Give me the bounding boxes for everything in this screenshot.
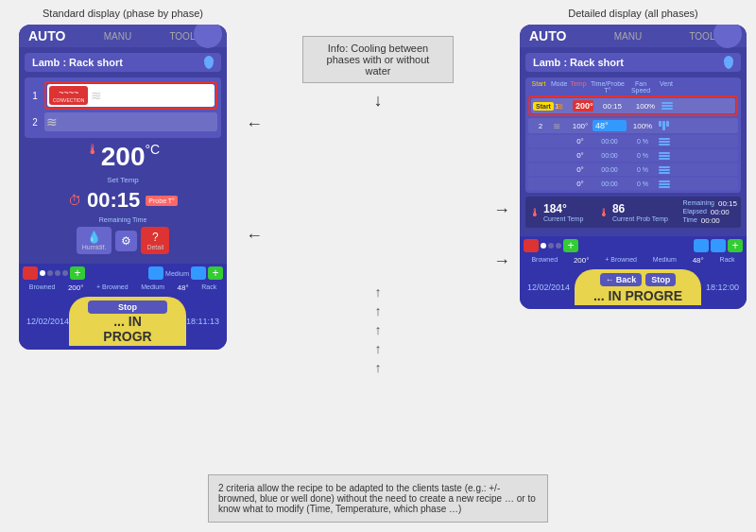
left-fan-icon: ⚙	[121, 234, 131, 248]
right-col-headers: Start Mode Temp Time/Probe T° Fan Speed …	[528, 80, 738, 94]
right-footer-btns: ← Back Stop	[593, 273, 682, 286]
right-phase-1-vent	[662, 102, 680, 110]
left-timer-icon: ⏱	[68, 193, 81, 208]
right-bar-plus-2[interactable]: +	[728, 239, 743, 252]
right-phase-2-vent	[659, 121, 678, 130]
left-water-drop-icon	[204, 56, 214, 69]
standard-display-label: Standard display (phase by phase)	[43, 8, 203, 19]
right-current-probe-info: 86 Current Prob Temp	[612, 202, 668, 222]
left-arrow-1: ←	[246, 114, 263, 134]
right-phase-2-temp: 100°	[570, 122, 591, 130]
left-stop-btn[interactable]: Stop	[88, 300, 167, 314]
right-bar-red-1[interactable]	[524, 239, 539, 252]
right-thermometer-icon: 🌡	[529, 206, 541, 219]
right-moon-decoration	[713, 25, 742, 48]
right-phase-4-row: 0° 00:00 0 %	[528, 149, 738, 162]
main-layout: Standard display (phase by phase) AUTO M…	[0, 0, 756, 532]
right-phase-6-fan: 0 %	[628, 180, 657, 187]
up-arrow-5: ↑	[375, 360, 382, 375]
left-bar-label-rack: Rack	[201, 283, 216, 292]
left-phase-1-num: 1	[28, 91, 42, 101]
right-date: 12/02/2014	[527, 283, 570, 292]
left-bar-blue-2[interactable]	[191, 266, 206, 280]
detailed-display-label: Detailed display (all phases)	[568, 8, 698, 19]
left-fan-btn[interactable]: ⚙	[115, 231, 137, 251]
right-bar-dot-2	[548, 243, 554, 249]
up-arrow-2: ↑	[375, 303, 382, 318]
right-col-start: Start	[528, 80, 549, 94]
right-phase-6-time: 00:00	[593, 180, 627, 187]
left-time-row: ⏱ 00:15 Probe T°	[25, 188, 221, 213]
right-probe-icon: 🌡	[598, 206, 610, 219]
right-phase-1-row: Start 1 ≋ 200° 00:15 100%	[531, 98, 735, 113]
right-current-temps: 🌡 184° Current Temp 🌡 86 Current Prob Te…	[525, 197, 741, 228]
left-bar-label-plus-browned: + Browned	[96, 283, 129, 292]
right-phase-6-temp: 0°	[570, 180, 591, 188]
up-arrow-4: ↑	[375, 341, 382, 356]
arrow-left-row-1: ←	[246, 114, 510, 134]
right-bar-label-medium: Medium	[653, 256, 677, 265]
left-bar-blue-1[interactable]	[148, 266, 163, 280]
left-phase-2-content: ≋	[44, 112, 217, 131]
left-bar-plus-2[interactable]: +	[208, 266, 223, 280]
right-manu-mode: MANU	[614, 31, 642, 42]
left-labels-row: Browned 200° + Browned Medium 48° Rack	[19, 283, 227, 293]
right-remaining-label: Remaining	[682, 199, 713, 208]
arrow-right-row-1: →	[246, 200, 510, 220]
right-col-vent: Vent	[657, 80, 676, 94]
right-back-label: Back	[616, 275, 637, 284]
right-phase-1-mode-icon: ≋	[556, 101, 571, 112]
right-col-mode: Mode	[551, 80, 566, 94]
right-col-fan: Fan Speed	[627, 80, 655, 94]
left-recipe-title-bar: Lamb : Rack short	[25, 53, 221, 72]
left-humidif-icon: 💧	[87, 231, 101, 244]
right-phase-5-row: 0° 00:00 0 %	[528, 163, 738, 176]
left-in-progress-text: ... IN PROGR	[103, 314, 151, 344]
arrow-left-row-2: ←	[246, 226, 510, 246]
right-recipe-title-bar: Lamb : Rack short	[525, 53, 741, 72]
right-back-btn[interactable]: ← Back	[600, 273, 643, 286]
left-in-progress: Stop ... IN PROGR	[69, 297, 186, 346]
right-detail-table-container: Start Mode Temp Time/Probe T° Fan Speed …	[525, 77, 741, 193]
right-phase-5-time: 00:00	[593, 166, 627, 173]
right-bar-dot-1	[541, 243, 546, 249]
right-remaining-val: 00:15	[718, 199, 737, 208]
left-date: 12/02/2014	[26, 317, 69, 326]
right-phase-2-row: 2 ≋ 100° 48° 100%	[528, 118, 738, 133]
left-convection-icon: ~~~~ CONVECTION	[49, 86, 88, 105]
left-device: AUTO MANU TOOL BOX Lamb : Rack short 1	[19, 25, 227, 350]
right-in-progress-text: ... IN PROGRE	[593, 288, 682, 303]
right-arrow-2: →	[493, 251, 510, 271]
right-phase-4-fan: 0 %	[628, 152, 657, 159]
left-phase-row-1: 1 ~~~~ CONVECTION ≋	[28, 81, 217, 110]
left-bottom-bar: + Medium +	[19, 264, 227, 283]
left-bar-red-1[interactable]	[23, 266, 38, 280]
left-detail-label: Detail	[146, 244, 163, 250]
left-phase-grid: 1 ~~~~ CONVECTION ≋	[25, 77, 221, 138]
right-phase-6-row: 0° 00:00 0 %	[528, 178, 738, 190]
right-device-footer: 12/02/2014 ← Back Stop ... IN PROGRE 18:…	[520, 266, 747, 309]
right-bar-plus-1[interactable]: +	[563, 239, 578, 252]
right-bar-blue-2[interactable]	[711, 239, 726, 252]
left-remaining-label: Remaining Time	[25, 216, 221, 223]
right-stop-btn[interactable]: Stop	[645, 273, 676, 286]
left-phase-2-num: 2	[28, 117, 42, 128]
left-bar-val-200: 200°	[68, 283, 84, 292]
left-set-temp-label: Set Temp	[25, 176, 221, 184]
left-detail-btn[interactable]: ? Detail	[141, 227, 169, 254]
right-arrow-1: →	[493, 200, 510, 220]
left-humidif-btn[interactable]: 💧 Humidif.	[77, 227, 112, 254]
right-phase-3-vent	[659, 138, 678, 146]
right-device-header: AUTO MANU TOOL BOX	[520, 25, 747, 47]
left-humidif-label: Humidif.	[82, 244, 107, 250]
left-auto-mode: AUTO	[28, 28, 65, 43]
right-phase-2-probe: 48°	[593, 120, 627, 131]
left-bar-plus-1[interactable]: +	[70, 266, 85, 280]
left-steam-icon: ≋	[91, 88, 102, 103]
right-current-temp-info: 184° Current Temp	[543, 202, 583, 222]
left-phase-1-content: ~~~~ CONVECTION ≋	[47, 84, 215, 107]
right-bar-blue-1[interactable]	[694, 239, 709, 252]
left-bar-dot-2	[47, 270, 53, 276]
left-arrow-2: ←	[246, 226, 263, 246]
info-box: Info: Cooling between phases with or wit…	[302, 36, 454, 83]
